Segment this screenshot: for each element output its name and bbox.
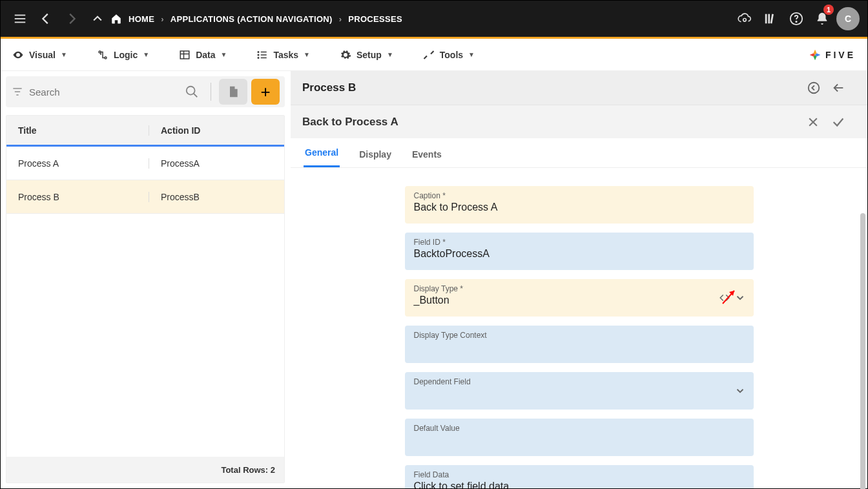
notif-badge: 1 bbox=[823, 5, 834, 15]
col-action-id[interactable]: Action ID bbox=[149, 125, 284, 136]
tab-general[interactable]: General bbox=[304, 140, 340, 167]
back-arrow-icon[interactable] bbox=[831, 81, 856, 95]
field-caption[interactable]: Caption * Back to Process A bbox=[405, 186, 754, 224]
library-icon[interactable] bbox=[758, 6, 783, 32]
cloud-icon[interactable] bbox=[732, 6, 758, 32]
svg-rect-6 bbox=[770, 14, 774, 24]
field-value bbox=[414, 341, 745, 353]
svg-rect-11 bbox=[180, 51, 189, 59]
menu-setup[interactable]: Setup▼ bbox=[340, 49, 393, 61]
menu-logic[interactable]: Logic▼ bbox=[97, 49, 149, 61]
brand-text: FIVE bbox=[825, 50, 856, 60]
tools-icon bbox=[423, 49, 435, 61]
field-label: Display Type * bbox=[414, 284, 745, 293]
table-row[interactable]: Process B ProcessB bbox=[6, 180, 284, 214]
eye-icon bbox=[12, 49, 24, 61]
cell-action: ProcessB bbox=[149, 192, 284, 202]
col-title[interactable]: Title bbox=[6, 125, 149, 136]
chevron-down-icon[interactable] bbox=[734, 385, 746, 397]
menu-icon[interactable] bbox=[7, 6, 33, 32]
avatar[interactable]: C bbox=[835, 6, 861, 32]
close-icon[interactable] bbox=[807, 116, 831, 129]
menu-visual[interactable]: Visual▼ bbox=[12, 49, 67, 61]
crumb-applications[interactable]: APPLICATIONS (ACTION NAVIGATION) bbox=[170, 14, 333, 24]
back-icon[interactable] bbox=[33, 6, 59, 32]
menu-label: Setup bbox=[356, 50, 382, 60]
filter-icon[interactable] bbox=[11, 85, 25, 98]
logic-icon bbox=[97, 49, 108, 61]
field-display-type[interactable]: Display Type * _Button bbox=[405, 279, 754, 317]
menu-tools[interactable]: Tools▼ bbox=[423, 49, 475, 61]
tab-events[interactable]: Events bbox=[411, 141, 443, 167]
forward-icon bbox=[59, 6, 85, 32]
menu-tasks[interactable]: Tasks▼ bbox=[256, 49, 310, 61]
crumb-processes[interactable]: PROCESSES bbox=[348, 14, 402, 24]
svg-point-29 bbox=[809, 83, 820, 94]
caret-icon: ▼ bbox=[304, 51, 310, 58]
chevron-right-icon: › bbox=[339, 14, 342, 24]
gear-icon bbox=[340, 49, 351, 61]
cell-title: Process A bbox=[6, 158, 149, 169]
svg-rect-4 bbox=[765, 14, 767, 24]
chevron-right-icon: › bbox=[161, 14, 164, 24]
grid-icon bbox=[179, 49, 191, 61]
document-button[interactable] bbox=[219, 79, 247, 105]
avatar-letter: C bbox=[845, 14, 851, 24]
code-icon[interactable] bbox=[719, 292, 730, 304]
search-input[interactable] bbox=[29, 87, 181, 98]
menu-label: Visual bbox=[29, 50, 56, 60]
refresh-back-icon[interactable] bbox=[807, 81, 831, 95]
tab-display[interactable]: Display bbox=[358, 141, 393, 167]
field-value: _Button bbox=[414, 295, 745, 306]
table-header: Title Action ID bbox=[6, 116, 284, 147]
field-display-type-context[interactable]: Display Type Context bbox=[405, 326, 754, 363]
field-field-id[interactable]: Field ID * BacktoProcessA bbox=[405, 233, 754, 270]
menu-label: Tasks bbox=[273, 50, 298, 60]
field-default-value[interactable]: Default Value bbox=[405, 419, 754, 456]
panel-header-primary: Process B bbox=[291, 71, 867, 105]
cell-title: Process B bbox=[6, 192, 149, 202]
table-row[interactable]: Process A ProcessA bbox=[6, 147, 284, 180]
table-footer: Total Rows: 2 bbox=[6, 457, 284, 483]
menu-label: Logic bbox=[114, 50, 138, 60]
menu-label: Data bbox=[196, 50, 215, 60]
field-value: Back to Process A bbox=[414, 202, 745, 213]
tabs: General Display Events bbox=[291, 138, 867, 168]
field-value: BacktoProcessA bbox=[414, 248, 745, 260]
menu-bar: Visual▼ Logic▼ Data▼ Tasks▼ Setup▼ Tools… bbox=[1, 39, 867, 71]
caret-icon: ▼ bbox=[468, 51, 475, 58]
field-label: Dependent Field bbox=[414, 377, 745, 386]
svg-point-10 bbox=[105, 57, 107, 59]
confirm-check-icon[interactable] bbox=[831, 115, 856, 129]
up-icon[interactable] bbox=[85, 6, 110, 32]
svg-point-8 bbox=[796, 21, 796, 22]
right-panel: Process B Back to Process A General bbox=[290, 71, 867, 488]
brand-logo: FIVE bbox=[809, 48, 856, 61]
menu-data[interactable]: Data▼ bbox=[179, 49, 227, 61]
left-panel: + Title Action ID Process A ProcessA Pro… bbox=[1, 71, 290, 488]
caret-icon: ▼ bbox=[221, 51, 227, 58]
svg-point-18 bbox=[258, 54, 260, 56]
field-field-data[interactable]: Field Data Click to set field data bbox=[405, 465, 754, 488]
panel-header-secondary: Back to Process A bbox=[291, 105, 867, 138]
field-value bbox=[414, 388, 745, 399]
top-bar: HOME › APPLICATIONS (ACTION NAVIGATION) … bbox=[1, 1, 867, 37]
caret-icon: ▼ bbox=[61, 51, 67, 58]
field-value bbox=[414, 434, 745, 446]
field-label: Default Value bbox=[414, 424, 745, 433]
panel-title: Process B bbox=[302, 81, 356, 94]
notifications-icon[interactable]: 1 bbox=[809, 6, 835, 32]
crumb-home[interactable]: HOME bbox=[129, 14, 154, 24]
cell-action: ProcessA bbox=[149, 158, 284, 169]
home-icon bbox=[110, 13, 122, 25]
field-label: Field ID * bbox=[414, 238, 745, 247]
brand-icon bbox=[809, 48, 822, 61]
svg-line-28 bbox=[194, 94, 198, 98]
help-icon[interactable] bbox=[783, 6, 809, 32]
scrollbar[interactable] bbox=[860, 213, 865, 489]
field-dependent-field[interactable]: Dependent Field bbox=[405, 372, 754, 410]
add-button[interactable]: + bbox=[251, 79, 280, 105]
caret-icon: ▼ bbox=[143, 51, 149, 58]
search-icon[interactable] bbox=[185, 85, 199, 99]
chevron-down-icon[interactable] bbox=[734, 292, 746, 304]
